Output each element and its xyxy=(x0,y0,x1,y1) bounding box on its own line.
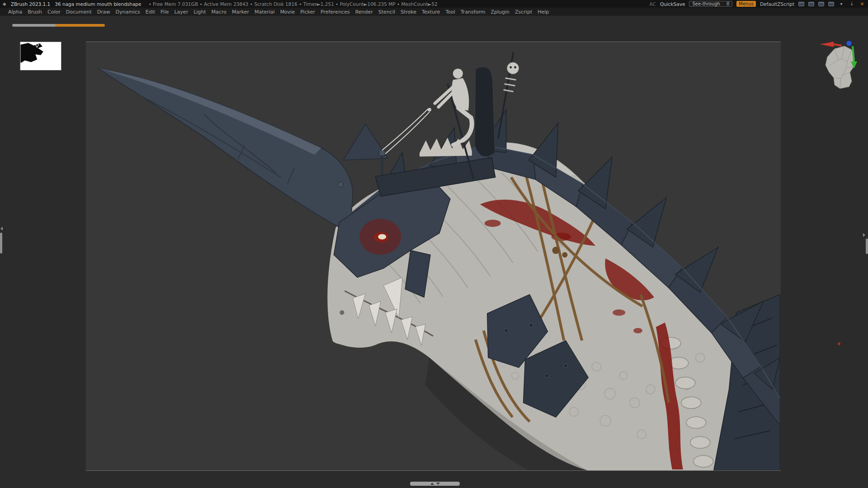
menu-item-transform[interactable]: Transform xyxy=(458,9,488,15)
sculpt-viewport-render[interactable] xyxy=(86,42,781,470)
document-canvas[interactable] xyxy=(86,42,781,471)
creature-eye xyxy=(359,219,401,255)
titlebar: ◆ ZBrush 2023.1.1 36 naga medium mouth b… xyxy=(0,0,868,8)
menu-item-document[interactable]: Document xyxy=(63,9,94,15)
memory-stats-label: • Free Mem 7.031GB • Active Mem 23843 • … xyxy=(148,1,437,7)
right-edge-arrow-icon[interactable] xyxy=(863,233,865,237)
x-axis-arrow-icon[interactable] xyxy=(820,42,842,47)
menu-item-tool[interactable]: Tool xyxy=(443,9,458,15)
banner xyxy=(475,67,495,157)
see-through-value: 0 xyxy=(726,1,729,6)
menus-button[interactable]: Menus xyxy=(736,1,756,7)
menu-item-zscript[interactable]: Zscript xyxy=(512,9,535,15)
document-name-label: 36 naga medium mouth blendshape xyxy=(55,1,141,7)
scroll-down-arrow-icon xyxy=(436,483,440,485)
tray-divider-gray-segment[interactable] xyxy=(12,24,55,27)
menu-item-movie[interactable]: Movie xyxy=(278,9,298,15)
right-scroll-handle[interactable] xyxy=(866,239,868,254)
minimize-icon[interactable]: ↓ xyxy=(849,1,855,6)
see-through-slider[interactable]: See-through 0 xyxy=(689,1,732,7)
z-axis-dot-icon[interactable] xyxy=(846,41,852,46)
menu-item-zplugin[interactable]: Zplugin xyxy=(488,9,512,15)
menu-item-file[interactable]: File xyxy=(158,9,171,15)
left-scroll-handle[interactable] xyxy=(0,233,2,253)
collapse-arrow-icon[interactable]: ▾ xyxy=(838,1,844,6)
rider-head xyxy=(453,69,463,79)
quicksave-button[interactable]: QuickSave xyxy=(660,1,685,7)
menu-item-material[interactable]: Material xyxy=(252,9,278,15)
layout-icon-3[interactable] xyxy=(818,2,824,6)
ac-indicator: AC xyxy=(650,1,656,7)
layout-icon-2[interactable] xyxy=(808,2,814,6)
menu-item-edit[interactable]: Edit xyxy=(143,9,158,15)
camera-nav-gizmo[interactable] xyxy=(814,40,863,94)
menu-item-dynamics[interactable]: Dynamics xyxy=(113,9,143,15)
titlebar-right-cluster: AC QuickSave See-through 0 Menus Default… xyxy=(650,1,865,7)
tray-divider-orange-segment[interactable] xyxy=(55,24,105,27)
menubar: Alpha Brush Color Document Draw Dynamics… xyxy=(0,8,868,16)
alpha-silhouette xyxy=(20,42,61,70)
left-edge-arrow-icon[interactable] xyxy=(0,227,3,230)
creature-horn xyxy=(98,68,353,234)
menu-item-help[interactable]: Help xyxy=(535,9,552,15)
menu-item-preferences[interactable]: Preferences xyxy=(318,9,353,15)
menu-item-alpha[interactable]: Alpha xyxy=(5,9,25,15)
menu-item-layer[interactable]: Layer xyxy=(171,9,191,15)
menu-item-light[interactable]: Light xyxy=(191,9,208,15)
menu-item-picker[interactable]: Picker xyxy=(297,9,318,15)
app-version-label: ZBrush 2023.1.1 xyxy=(11,1,51,7)
menu-item-draw[interactable]: Draw xyxy=(94,9,113,15)
close-icon[interactable]: × xyxy=(859,1,865,6)
menu-item-color[interactable]: Color xyxy=(45,9,63,15)
pivot-indicator-dot xyxy=(838,343,840,345)
rider-reins xyxy=(382,109,429,154)
zbrush-logo-icon: ◆ xyxy=(3,1,6,6)
layout-icon-1[interactable] xyxy=(798,2,804,6)
layout-icon-4[interactable] xyxy=(828,2,834,6)
scroll-up-arrow-icon xyxy=(430,483,434,485)
horizontal-scroll-handle[interactable] xyxy=(410,482,460,486)
menu-item-render[interactable]: Render xyxy=(353,9,376,15)
see-through-label: See-through xyxy=(692,1,720,6)
default-zscript-label: DefaultZScript xyxy=(760,1,794,7)
menu-item-stroke[interactable]: Stroke xyxy=(398,9,419,15)
alpha-thumbnail[interactable] xyxy=(20,42,61,70)
menu-item-stencil[interactable]: Stencil xyxy=(376,9,398,15)
nostril xyxy=(340,310,344,315)
menu-item-brush[interactable]: Brush xyxy=(25,9,45,15)
menu-item-marker[interactable]: Marker xyxy=(229,9,252,15)
menu-item-macro[interactable]: Macro xyxy=(209,9,229,15)
tray-divider-handle[interactable] xyxy=(12,24,105,27)
menu-item-texture[interactable]: Texture xyxy=(419,9,443,15)
gizmo-head-model xyxy=(826,46,854,89)
